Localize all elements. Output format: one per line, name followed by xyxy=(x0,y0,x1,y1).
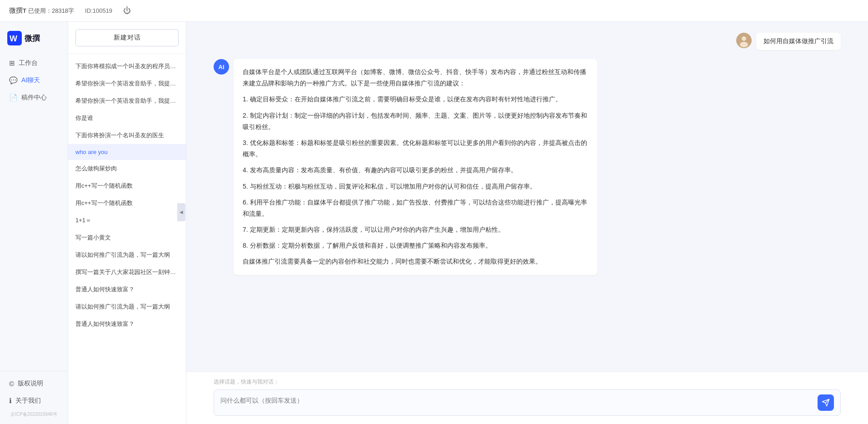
nav-item-mailbox[interactable]: 📄 稿件中心 xyxy=(0,89,68,106)
ai-response-paragraph: 7. 定期更新：定期更新内容，保持活跃度，可以让用户对你的内容产生兴趣，增加用户… xyxy=(243,224,588,235)
nav-item-workbench[interactable]: ⊞ 工作台 xyxy=(0,55,68,72)
ai-chat-label: AI聊天 xyxy=(21,76,40,85)
svg-point-4 xyxy=(740,42,748,47)
char-count-icon: T xyxy=(23,7,26,14)
chat-item[interactable]: 普通人如何快速致富？ xyxy=(68,281,186,298)
sidebar: 新建对话 下面你将模拟成一个叫圣友的程序员，我说...希望你扮演一个英语发音助手… xyxy=(68,22,186,424)
chat-item[interactable]: 普通人如何快速致富？ xyxy=(68,315,186,333)
copyright-label: 版权说明 xyxy=(18,379,43,388)
ai-response-paragraph: 自媒体平台是个人或团队通过互联网平台（如博客、微博、微信公众号、抖音、快手等）发… xyxy=(243,66,588,89)
topbar-title: 微撰 xyxy=(9,6,23,15)
user-avatar xyxy=(736,33,752,48)
chat-item[interactable]: 下面你将模拟成一个叫圣友的程序员，我说... xyxy=(68,58,186,75)
usage-text: 已使用：28318字 xyxy=(28,7,74,15)
collapse-button[interactable]: ◀ xyxy=(177,203,185,221)
ai-response-paragraph: 5. 与粉丝互动：积极与粉丝互动，回复评论和私信，可以增加用户对你的认可和信任，… xyxy=(243,181,588,192)
topbar-right: T 已使用：28318字 ID:100519 ⏻ xyxy=(23,6,131,15)
ai-response-paragraph: 3. 优化标题和标签：标题和标签是吸引粉丝的重要因素。优化标题和标签可以让更多的… xyxy=(243,137,588,160)
workbench-icon: ⊞ xyxy=(9,59,15,67)
chat-area: 如何用自媒体做推广引流 AI 自媒体平台是个人或团队通过互联网平台（如博客、微博… xyxy=(186,22,868,424)
chat-item[interactable]: 请以如何推广引流为题，写一篇大纲 xyxy=(68,246,186,264)
ai-response-paragraph: 8. 分析数据：定期分析数据，了解用户反馈和喜好，以便调整推广策略和内容发布频率… xyxy=(243,240,588,251)
icp-notice: 京ICP备2022019348号 xyxy=(0,409,68,419)
nav-item-ai-chat[interactable]: 💬 AI聊天 xyxy=(0,72,68,89)
nav-item-copyright[interactable]: © 版权说明 xyxy=(0,375,68,392)
ai-response-paragraph: 1. 确定目标受众：在开始自媒体推广引流之前，需要明确目标受众是谁，以便在发布内… xyxy=(243,94,588,105)
chat-item[interactable]: who are you xyxy=(68,144,186,160)
workbench-label: 工作台 xyxy=(19,59,38,67)
svg-text:W: W xyxy=(10,34,17,43)
chat-input[interactable] xyxy=(220,395,814,410)
send-button[interactable] xyxy=(818,394,834,411)
input-area: 选择话题，快速与我对话： xyxy=(186,371,868,424)
svg-point-3 xyxy=(742,36,746,41)
chat-item[interactable]: 请以如何推广引流为题，写一篇大纲 xyxy=(68,298,186,315)
nav-bottom: © 版权说明 ℹ 关于我们 京ICP备2022019348号 xyxy=(0,371,68,419)
logo-area: W 微撰 xyxy=(0,31,68,55)
sidebar-list: 下面你将模拟成一个叫圣友的程序员，我说...希望你扮演一个英语发音助手，我提供给… xyxy=(68,54,186,424)
ai-response-paragraph: 4. 发布高质量内容：发布高质量、有价值、有趣的内容可以吸引更多的粉丝，并提高用… xyxy=(243,165,588,176)
logo-icon: W xyxy=(7,31,22,45)
sidebar-header: 新建对话 xyxy=(68,22,186,54)
copyright-icon: © xyxy=(9,380,14,388)
chat-item[interactable]: 撰写一篇关于八大家花园社区一刻钟便民生... xyxy=(68,264,186,281)
about-icon: ℹ xyxy=(9,397,12,405)
chevron-left-icon: ◀ xyxy=(180,210,183,214)
ai-message: AI 自媒体平台是个人或团队通过互联网平台（如博客、微博、微信公众号、抖音、快手… xyxy=(214,59,841,275)
ai-chat-icon: 💬 xyxy=(9,76,18,85)
id-text: ID:100519 xyxy=(85,7,112,14)
topbar-usage: T 已使用：28318字 xyxy=(23,7,74,15)
mailbox-label: 稿件中心 xyxy=(21,94,47,102)
power-icon[interactable]: ⏻ xyxy=(123,6,131,15)
mailbox-icon: 📄 xyxy=(9,94,18,102)
ai-bubble: 自媒体平台是个人或团队通过互联网平台（如博客、微博、微信公众号、抖音、快手等）发… xyxy=(234,59,597,275)
ai-response-paragraph: 6. 利用平台推广功能：自媒体平台都提供了推广功能，如广告投放、付费推广等，可以… xyxy=(243,197,588,219)
chat-item[interactable]: 你是谁 xyxy=(68,110,186,127)
left-nav: W 微撰 ⊞ 工作台 💬 AI聊天 📄 稿件中心 © 版权说明 ℹ 关于我们 xyxy=(0,22,68,424)
chat-item[interactable]: 1+1＝ xyxy=(68,212,186,229)
logo-text: 微撰 xyxy=(25,33,40,44)
ai-response-paragraph: 2. 制定内容计划：制定一份详细的内容计划，包括发布时间、频率、主题、文案、图片… xyxy=(243,110,588,133)
chat-item[interactable]: 用c++写一个随机函数 xyxy=(68,177,186,195)
icp-text: 京ICP备2022019348号 xyxy=(0,409,68,419)
ai-avatar: AI xyxy=(214,59,229,75)
new-chat-button[interactable]: 新建对话 xyxy=(75,29,179,46)
ai-response-paragraph: 自媒体推广引流需要具备一定的内容创作和社交能力，同时也需要不断尝试和优化，才能取… xyxy=(243,256,588,267)
main-layout: W 微撰 ⊞ 工作台 💬 AI聊天 📄 稿件中心 © 版权说明 ℹ 关于我们 xyxy=(0,22,868,424)
input-box xyxy=(214,389,841,416)
topbar: 微撰 T 已使用：28318字 ID:100519 ⏻ xyxy=(0,0,868,22)
chat-item[interactable]: 写一篇小黄文 xyxy=(68,229,186,246)
chat-item[interactable]: 希望你扮演一个英语发音助手，我提供给你... xyxy=(68,92,186,110)
chat-item[interactable]: 用c++写一个随机函数 xyxy=(68,195,186,212)
about-label: 关于我们 xyxy=(15,397,41,405)
messages-container: 如何用自媒体做推广引流 AI 自媒体平台是个人或团队通过互联网平台（如博客、微博… xyxy=(186,22,868,371)
nav-item-about[interactable]: ℹ 关于我们 xyxy=(0,392,68,409)
chat-item[interactable]: 希望你扮演一个英语发音助手，我提供给你... xyxy=(68,75,186,92)
user-question-text: 如何用自媒体做推广引流 xyxy=(763,37,833,45)
quick-prompt-label: 选择话题，快速与我对话： xyxy=(214,378,841,386)
chat-item[interactable]: 下面你将扮演一个名叫圣友的医生 xyxy=(68,127,186,144)
chat-item[interactable]: 怎么做狗屎炒肉 xyxy=(68,160,186,177)
user-message: 如何用自媒体做推广引流 xyxy=(214,33,841,50)
user-bubble: 如何用自媒体做推广引流 xyxy=(756,33,841,50)
